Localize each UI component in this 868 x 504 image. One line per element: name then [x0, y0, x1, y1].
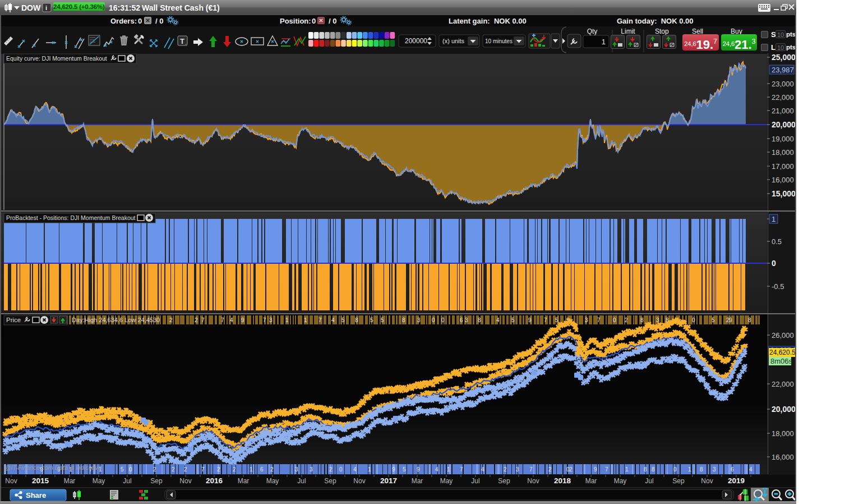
svg-text:Nov: Nov: [527, 477, 539, 485]
svg-text:9: 9: [594, 466, 597, 473]
svg-text:3: 3: [417, 317, 421, 323]
svg-text:9: 9: [392, 466, 395, 473]
svg-text:Jul: Jul: [123, 477, 131, 485]
svg-text:0: 0: [772, 259, 776, 268]
svg-text:May: May: [440, 477, 453, 485]
svg-text:1: 1: [688, 466, 691, 473]
svg-text:5: 5: [381, 317, 384, 323]
svg-text:5: 5: [121, 466, 124, 473]
svg-text:i: i: [45, 4, 47, 11]
svg-text:4: 4: [749, 466, 752, 473]
svg-text:DOW: DOW: [21, 3, 41, 12]
svg-text:1: 1: [447, 466, 450, 473]
svg-text:23,987: 23,987: [772, 66, 794, 74]
svg-text:1: 1: [250, 466, 253, 473]
svg-text:8: 8: [402, 317, 405, 323]
svg-text:16,000: 16,000: [772, 453, 794, 461]
svg-text:24,620.5: 24,620.5: [769, 349, 796, 356]
svg-text:Nov: Nov: [179, 477, 191, 485]
svg-text:1: 1: [304, 317, 307, 323]
svg-text:0: 0: [432, 317, 435, 323]
svg-text:Sep: Sep: [324, 477, 336, 485]
svg-text:6: 6: [460, 317, 463, 323]
svg-text:7: 7: [201, 317, 205, 323]
svg-text:2: 2: [625, 317, 628, 323]
svg-text:2: 2: [195, 317, 198, 323]
svg-text:1: 1: [368, 466, 371, 473]
svg-text:5: 5: [511, 317, 515, 323]
svg-text:16:31:52: 16:31:52: [109, 3, 140, 12]
svg-text:May: May: [93, 477, 105, 485]
svg-text:7: 7: [263, 317, 266, 323]
svg-text:7: 7: [544, 317, 547, 323]
svg-text:9: 9: [528, 317, 532, 323]
svg-text:3: 3: [295, 466, 298, 473]
svg-text:3: 3: [656, 317, 659, 323]
svg-text:7: 7: [529, 466, 533, 473]
svg-text:4: 4: [481, 466, 484, 473]
svg-text:6: 6: [260, 466, 264, 473]
svg-text:8: 8: [700, 466, 703, 473]
svg-text:8: 8: [748, 317, 751, 323]
svg-text:3: 3: [585, 317, 588, 323]
svg-text:Mar: Mar: [238, 477, 250, 485]
svg-text:1: 1: [772, 215, 775, 223]
svg-text:21,000: 21,000: [772, 107, 794, 115]
svg-text:4: 4: [496, 317, 500, 323]
svg-text:Nov: Nov: [5, 477, 17, 485]
svg-text:0: 0: [673, 466, 677, 473]
svg-text:Equity curve: DJI Momentum Bre: Equity curve: DJI Momentum Breakout: [6, 55, 107, 62]
svg-text:3: 3: [713, 466, 716, 473]
svg-text:Jul: Jul: [645, 477, 653, 485]
svg-text:7: 7: [201, 466, 205, 473]
svg-text:@IT-Finance.com Data is indica: @IT-Finance.com Data is indicative: [4, 464, 101, 471]
svg-text:2: 2: [169, 317, 173, 323]
svg-text:8: 8: [355, 317, 358, 323]
svg-text:May: May: [614, 477, 627, 485]
svg-text:2: 2: [569, 466, 572, 473]
svg-text:Jul: Jul: [471, 477, 479, 485]
svg-text:1: 1: [285, 317, 289, 323]
svg-text:2017: 2017: [380, 476, 397, 485]
svg-text:1: 1: [625, 466, 629, 473]
svg-text:2: 2: [153, 466, 156, 473]
svg-text:Nov: Nov: [353, 477, 365, 485]
svg-text:9: 9: [241, 317, 244, 323]
svg-text:Sep: Sep: [672, 477, 685, 485]
svg-text:Mar: Mar: [64, 477, 76, 485]
svg-text:Sep: Sep: [498, 477, 510, 485]
svg-text:2: 2: [233, 466, 236, 473]
svg-text:2: 2: [270, 466, 274, 473]
svg-text:7: 7: [597, 317, 601, 323]
svg-text:Wall Street Cash (€1): Wall Street Cash (€1): [142, 3, 220, 12]
svg-text:2018: 2018: [554, 476, 571, 485]
svg-text:15,000: 15,000: [772, 189, 796, 198]
svg-text:0: 0: [129, 466, 132, 473]
svg-text:2: 2: [329, 466, 333, 473]
svg-text:(x) units: (x) units: [442, 38, 465, 44]
svg-text:9: 9: [417, 466, 420, 473]
svg-text:3: 3: [269, 317, 273, 323]
svg-text:8m06s: 8m06s: [770, 357, 793, 365]
svg-text:8: 8: [644, 466, 647, 473]
svg-text:Sep: Sep: [150, 477, 163, 485]
svg-text:Mar: Mar: [585, 477, 597, 485]
svg-text:May: May: [266, 477, 279, 485]
svg-text:2015: 2015: [32, 476, 49, 485]
svg-text:18,000: 18,000: [772, 429, 794, 438]
svg-text:5: 5: [341, 317, 345, 323]
svg-text:8: 8: [640, 317, 644, 323]
svg-text:22,000: 22,000: [772, 380, 794, 388]
svg-text:Share: Share: [26, 491, 46, 500]
svg-text:4: 4: [353, 466, 357, 473]
svg-text:3: 3: [516, 466, 519, 473]
svg-text:7: 7: [318, 317, 322, 323]
svg-text:T: T: [180, 37, 184, 45]
svg-text:2: 2: [184, 466, 187, 473]
svg-text:2: 2: [172, 466, 175, 473]
svg-text:0.5: 0.5: [772, 237, 782, 246]
svg-text:-0.5: -0.5: [772, 282, 784, 291]
svg-text:7: 7: [221, 317, 224, 323]
svg-text:3: 3: [465, 317, 468, 323]
svg-text:17,000: 17,000: [772, 162, 794, 171]
